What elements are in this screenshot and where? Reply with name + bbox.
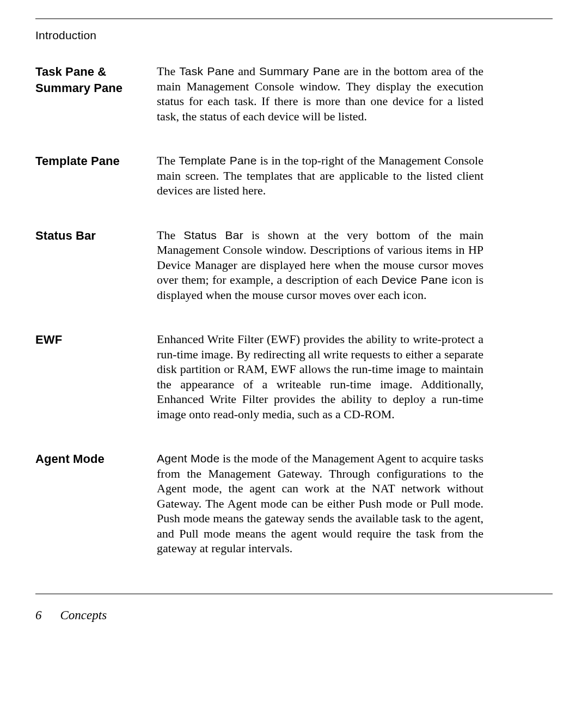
definition-term: EWF: [35, 332, 157, 422]
top-rule: [35, 19, 553, 19]
definition-row: Task Pane & Summary Pane The Task Pane a…: [35, 64, 553, 124]
body-text: Enhanced Write Filter (EWF) provides the…: [157, 332, 483, 421]
definition-row: Status Bar The Status Bar is shown at th…: [35, 228, 553, 303]
ui-term: Summary Pane: [259, 65, 340, 77]
body-text: The: [157, 154, 179, 167]
footer-section: Concepts: [60, 608, 107, 622]
definition-row: Agent Mode Agent Mode is the mode of the…: [35, 451, 553, 556]
definition-body: The Task Pane and Summary Pane are in th…: [157, 64, 483, 124]
ui-term: Template Pane: [179, 154, 256, 167]
body-text: and: [234, 64, 259, 78]
ui-term: Task Pane: [179, 65, 234, 77]
page-footer: 6Concepts: [35, 608, 107, 623]
page-number: 6: [35, 608, 42, 622]
definition-term: Task Pane & Summary Pane: [35, 64, 157, 124]
definition-term: Template Pane: [35, 153, 157, 198]
document-page: Introduction Task Pane & Summary Pane Th…: [0, 0, 588, 556]
ui-term: Device Pane: [381, 273, 448, 286]
definition-body: Enhanced Write Filter (EWF) provides the…: [157, 332, 483, 422]
ui-term: Status Bar: [183, 229, 243, 241]
body-text: is the mode of the Management Agent to a…: [157, 451, 483, 555]
definition-term: Status Bar: [35, 228, 157, 303]
definition-row: EWF Enhanced Write Filter (EWF) provides…: [35, 332, 553, 422]
body-text: The: [157, 228, 183, 242]
definition-row: Template Pane The Template Pane is in th…: [35, 153, 553, 198]
definition-body: Agent Mode is the mode of the Management…: [157, 451, 483, 556]
bottom-rule: [35, 594, 553, 594]
definition-term: Agent Mode: [35, 451, 157, 556]
definition-body: The Status Bar is shown at the very bott…: [157, 228, 483, 303]
body-text: The: [157, 64, 179, 78]
definition-list: Task Pane & Summary Pane The Task Pane a…: [35, 64, 553, 556]
page-header-label: Introduction: [35, 29, 553, 42]
ui-term: Agent Mode: [157, 452, 219, 465]
definition-body: The Template Pane is in the top-right of…: [157, 153, 483, 198]
